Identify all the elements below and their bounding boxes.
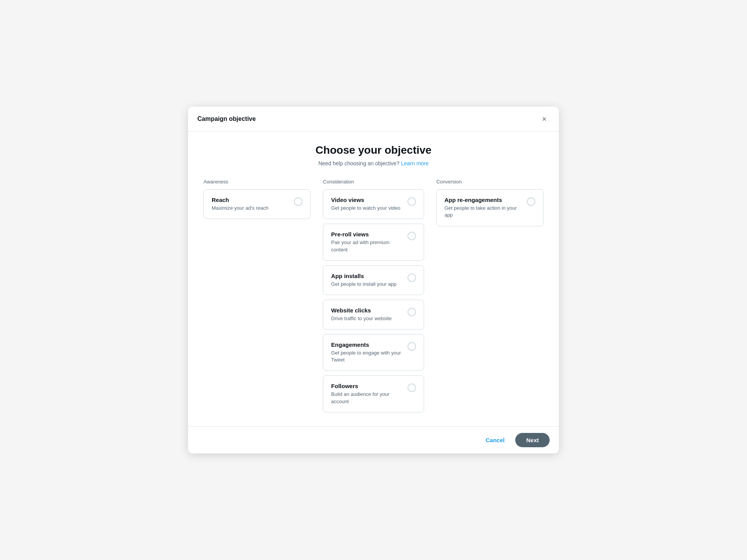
- app-reengagements-desc: Get people to take action in your app: [445, 205, 522, 219]
- consideration-column: Consideration Video views Get people to …: [317, 179, 430, 417]
- video-views-radio[interactable]: [407, 197, 416, 206]
- followers-desc: Build an audience for your account: [331, 391, 402, 405]
- page-title: Choose your objective: [204, 144, 543, 156]
- engagements-card[interactable]: Engagements Get people to engage with yo…: [323, 334, 424, 371]
- website-clicks-card[interactable]: Website clicks Drive traffic to your web…: [323, 300, 424, 329]
- pre-roll-views-desc: Pair your ad with premium content: [331, 239, 402, 253]
- pre-roll-views-card[interactable]: Pre-roll views Pair your ad with premium…: [323, 224, 424, 260]
- website-clicks-title: Website clicks: [331, 307, 402, 314]
- video-views-title: Video views: [331, 197, 402, 203]
- app-installs-radio[interactable]: [407, 273, 416, 282]
- cancel-button[interactable]: Cancel: [479, 433, 511, 447]
- conversion-column: Conversion App re-engagements Get people…: [430, 179, 543, 231]
- next-button[interactable]: Next: [515, 433, 550, 447]
- learn-more-link[interactable]: Learn more: [401, 160, 429, 166]
- consideration-label: Consideration: [323, 179, 424, 185]
- app-installs-card[interactable]: App installs Get people to install your …: [323, 265, 424, 295]
- website-clicks-desc: Drive traffic to your website: [331, 315, 402, 322]
- help-text: Need help choosing an objective? Learn m…: [204, 160, 543, 166]
- website-clicks-radio[interactable]: [407, 308, 416, 316]
- app-reengagements-radio[interactable]: [527, 197, 535, 206]
- video-views-card[interactable]: Video views Get people to watch your vid…: [323, 189, 424, 219]
- reach-card[interactable]: Reach Maximize your ad's reach: [204, 189, 311, 219]
- engagements-title: Engagements: [331, 341, 402, 348]
- modal-footer: Cancel Next: [188, 426, 559, 453]
- video-views-desc: Get people to watch your video: [331, 205, 402, 212]
- engagements-radio[interactable]: [407, 342, 416, 351]
- engagements-desc: Get people to engage with your Tweet: [331, 350, 402, 363]
- pre-roll-views-title: Pre-roll views: [331, 231, 402, 238]
- app-reengagements-title: App re-engagements: [445, 197, 522, 203]
- awareness-column: Awareness Reach Maximize your ad's reach: [204, 179, 317, 224]
- reach-title: Reach: [212, 197, 289, 203]
- reach-radio[interactable]: [294, 197, 302, 206]
- modal-body: Choose your objective Need help choosing…: [188, 132, 559, 426]
- conversion-label: Conversion: [436, 179, 543, 185]
- objectives-grid: Awareness Reach Maximize your ad's reach…: [204, 179, 543, 417]
- modal-header: Campaign objective ×: [188, 107, 559, 132]
- app-reengagements-card[interactable]: App re-engagements Get people to take ac…: [436, 189, 543, 226]
- close-icon[interactable]: ×: [539, 114, 550, 124]
- modal-title: Campaign objective: [197, 115, 256, 122]
- campaign-objective-modal: Campaign objective × Choose your objecti…: [188, 107, 559, 453]
- followers-radio[interactable]: [407, 384, 416, 392]
- app-installs-title: App installs: [331, 273, 402, 279]
- followers-title: Followers: [331, 383, 402, 389]
- pre-roll-views-radio[interactable]: [407, 232, 416, 240]
- awareness-label: Awareness: [204, 179, 311, 185]
- page-heading: Choose your objective Need help choosing…: [204, 144, 543, 166]
- reach-desc: Maximize your ad's reach: [212, 205, 289, 212]
- followers-card[interactable]: Followers Build an audience for your acc…: [323, 375, 424, 412]
- app-installs-desc: Get people to install your app: [331, 281, 402, 288]
